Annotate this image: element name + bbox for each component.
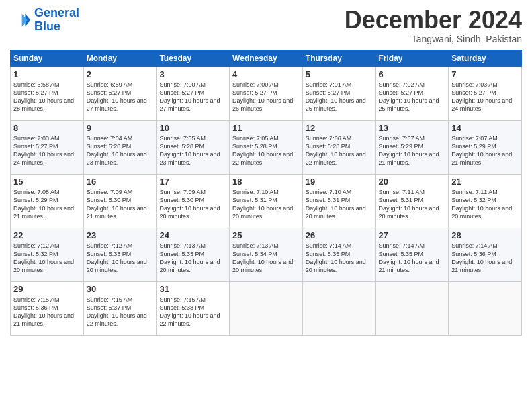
day-info: Sunrise: 7:13 AMSunset: 5:34 PMDaylight:… xyxy=(232,242,300,275)
day-number: 12 xyxy=(306,123,373,133)
table-row: 10Sunrise: 7:05 AMSunset: 5:28 PMDayligh… xyxy=(157,120,230,174)
day-info: Sunrise: 7:03 AMSunset: 5:27 PMDaylight:… xyxy=(13,134,81,167)
day-info: Sunrise: 7:14 AMSunset: 5:36 PMDaylight:… xyxy=(451,242,519,275)
day-number: 2 xyxy=(87,69,154,79)
table-row: 17Sunrise: 7:09 AMSunset: 5:30 PMDayligh… xyxy=(157,174,230,228)
header-row: Sunday Monday Tuesday Wednesday Thursday… xyxy=(11,50,522,66)
logo-text: General Blue xyxy=(34,7,79,34)
col-monday: Monday xyxy=(83,50,157,66)
calendar-row: 22Sunrise: 7:12 AMSunset: 5:32 PMDayligh… xyxy=(11,228,522,281)
day-number: 26 xyxy=(306,230,373,240)
table-row: 9Sunrise: 7:04 AMSunset: 5:28 PMDaylight… xyxy=(83,120,157,174)
table-row: 21Sunrise: 7:11 AMSunset: 5:32 PMDayligh… xyxy=(449,174,522,228)
table-row: 26Sunrise: 7:14 AMSunset: 5:35 PMDayligh… xyxy=(302,228,375,281)
table-row: 8Sunrise: 7:03 AMSunset: 5:27 PMDaylight… xyxy=(11,120,84,174)
table-row: 6Sunrise: 7:02 AMSunset: 5:27 PMDaylight… xyxy=(375,66,449,120)
day-info: Sunrise: 7:05 AMSunset: 5:28 PMDaylight:… xyxy=(159,134,226,167)
logo-line2: Blue xyxy=(34,20,79,34)
table-row: 16Sunrise: 7:09 AMSunset: 5:30 PMDayligh… xyxy=(83,174,157,228)
day-info: Sunrise: 7:15 AMSunset: 5:38 PMDaylight:… xyxy=(159,295,226,328)
day-info: Sunrise: 7:14 AMSunset: 5:35 PMDaylight:… xyxy=(306,242,373,275)
calendar-row: 29Sunrise: 7:15 AMSunset: 5:36 PMDayligh… xyxy=(11,281,522,335)
day-number: 14 xyxy=(451,123,519,133)
day-number: 20 xyxy=(379,177,446,187)
day-number: 27 xyxy=(379,230,446,240)
day-info: Sunrise: 7:08 AMSunset: 5:29 PMDaylight:… xyxy=(13,188,81,221)
table-row: 15Sunrise: 7:08 AMSunset: 5:29 PMDayligh… xyxy=(11,174,84,228)
day-number: 17 xyxy=(159,177,226,187)
table-row: 7Sunrise: 7:03 AMSunset: 5:27 PMDaylight… xyxy=(449,66,522,120)
day-info: Sunrise: 7:04 AMSunset: 5:28 PMDaylight:… xyxy=(87,134,154,167)
day-number: 10 xyxy=(159,123,226,133)
day-info: Sunrise: 7:07 AMSunset: 5:29 PMDaylight:… xyxy=(379,134,446,167)
day-info: Sunrise: 7:09 AMSunset: 5:30 PMDaylight:… xyxy=(87,188,154,221)
day-number: 19 xyxy=(306,177,373,187)
day-number: 15 xyxy=(13,177,81,187)
table-row: 4Sunrise: 7:00 AMSunset: 5:27 PMDaylight… xyxy=(230,66,303,120)
day-info: Sunrise: 6:59 AMSunset: 5:27 PMDaylight:… xyxy=(87,81,154,113)
table-row: 13Sunrise: 7:07 AMSunset: 5:29 PMDayligh… xyxy=(375,120,449,174)
day-info: Sunrise: 7:10 AMSunset: 5:31 PMDaylight:… xyxy=(306,188,373,221)
calendar-page: General Blue December 2024 Tangwani, Sin… xyxy=(0,0,532,411)
table-row: 14Sunrise: 7:07 AMSunset: 5:29 PMDayligh… xyxy=(449,120,522,174)
day-info: Sunrise: 7:03 AMSunset: 5:27 PMDaylight:… xyxy=(451,81,519,113)
day-info: Sunrise: 7:01 AMSunset: 5:27 PMDaylight:… xyxy=(306,81,373,113)
table-row: 19Sunrise: 7:10 AMSunset: 5:31 PMDayligh… xyxy=(302,174,375,228)
col-saturday: Saturday xyxy=(449,50,522,66)
calendar-row: 1Sunrise: 6:58 AMSunset: 5:27 PMDaylight… xyxy=(11,66,522,120)
table-row xyxy=(230,281,303,335)
table-row: 20Sunrise: 7:11 AMSunset: 5:31 PMDayligh… xyxy=(375,174,449,228)
table-row xyxy=(375,281,449,335)
table-row: 11Sunrise: 7:05 AMSunset: 5:28 PMDayligh… xyxy=(230,120,303,174)
table-row: 22Sunrise: 7:12 AMSunset: 5:32 PMDayligh… xyxy=(11,228,84,281)
day-number: 1 xyxy=(13,69,81,79)
day-number: 9 xyxy=(87,123,154,133)
table-row: 1Sunrise: 6:58 AMSunset: 5:27 PMDaylight… xyxy=(11,66,84,120)
day-info: Sunrise: 7:05 AMSunset: 5:28 PMDaylight:… xyxy=(232,134,300,167)
table-row: 29Sunrise: 7:15 AMSunset: 5:36 PMDayligh… xyxy=(11,281,84,335)
col-wednesday: Wednesday xyxy=(230,50,303,66)
table-row: 27Sunrise: 7:14 AMSunset: 5:35 PMDayligh… xyxy=(375,228,449,281)
header: General Blue December 2024 Tangwani, Sin… xyxy=(10,7,522,44)
day-info: Sunrise: 7:09 AMSunset: 5:30 PMDaylight:… xyxy=(159,188,226,221)
day-info: Sunrise: 7:11 AMSunset: 5:31 PMDaylight:… xyxy=(379,188,446,221)
col-tuesday: Tuesday xyxy=(157,50,230,66)
day-info: Sunrise: 7:15 AMSunset: 5:36 PMDaylight:… xyxy=(13,295,81,328)
day-number: 7 xyxy=(451,69,519,79)
table-row: 12Sunrise: 7:06 AMSunset: 5:28 PMDayligh… xyxy=(302,120,375,174)
day-info: Sunrise: 7:06 AMSunset: 5:28 PMDaylight:… xyxy=(306,134,373,167)
col-thursday: Thursday xyxy=(302,50,375,66)
day-number: 13 xyxy=(379,123,446,133)
day-number: 3 xyxy=(159,69,226,79)
day-number: 11 xyxy=(232,123,300,133)
day-info: Sunrise: 7:00 AMSunset: 5:27 PMDaylight:… xyxy=(159,81,226,113)
day-info: Sunrise: 7:12 AMSunset: 5:32 PMDaylight:… xyxy=(13,242,81,275)
day-number: 5 xyxy=(306,69,373,79)
day-info: Sunrise: 7:10 AMSunset: 5:31 PMDaylight:… xyxy=(232,188,300,221)
day-number: 22 xyxy=(13,230,81,240)
day-number: 24 xyxy=(159,230,226,240)
table-row: 30Sunrise: 7:15 AMSunset: 5:37 PMDayligh… xyxy=(83,281,157,335)
table-row: 2Sunrise: 6:59 AMSunset: 5:27 PMDaylight… xyxy=(83,66,157,120)
table-row: 23Sunrise: 7:12 AMSunset: 5:33 PMDayligh… xyxy=(83,228,157,281)
day-info: Sunrise: 7:14 AMSunset: 5:35 PMDaylight:… xyxy=(379,242,446,275)
logo: General Blue xyxy=(10,7,79,34)
day-info: Sunrise: 7:13 AMSunset: 5:33 PMDaylight:… xyxy=(159,242,226,275)
table-row: 28Sunrise: 7:14 AMSunset: 5:36 PMDayligh… xyxy=(449,228,522,281)
day-number: 29 xyxy=(13,284,81,294)
calendar-row: 15Sunrise: 7:08 AMSunset: 5:29 PMDayligh… xyxy=(11,174,522,228)
month-title: December 2024 xyxy=(345,7,522,34)
table-row: 5Sunrise: 7:01 AMSunset: 5:27 PMDaylight… xyxy=(302,66,375,120)
table-row: 18Sunrise: 7:10 AMSunset: 5:31 PMDayligh… xyxy=(230,174,303,228)
title-block: December 2024 Tangwani, Sindh, Pakistan xyxy=(345,7,522,44)
day-number: 4 xyxy=(232,69,300,79)
logo-line1: General xyxy=(34,6,79,19)
day-info: Sunrise: 7:00 AMSunset: 5:27 PMDaylight:… xyxy=(232,81,300,113)
day-number: 28 xyxy=(451,230,519,240)
logo-icon xyxy=(10,9,32,31)
table-row: 24Sunrise: 7:13 AMSunset: 5:33 PMDayligh… xyxy=(157,228,230,281)
day-number: 25 xyxy=(232,230,300,240)
day-number: 6 xyxy=(379,69,446,79)
table-row xyxy=(302,281,375,335)
day-number: 21 xyxy=(451,177,519,187)
